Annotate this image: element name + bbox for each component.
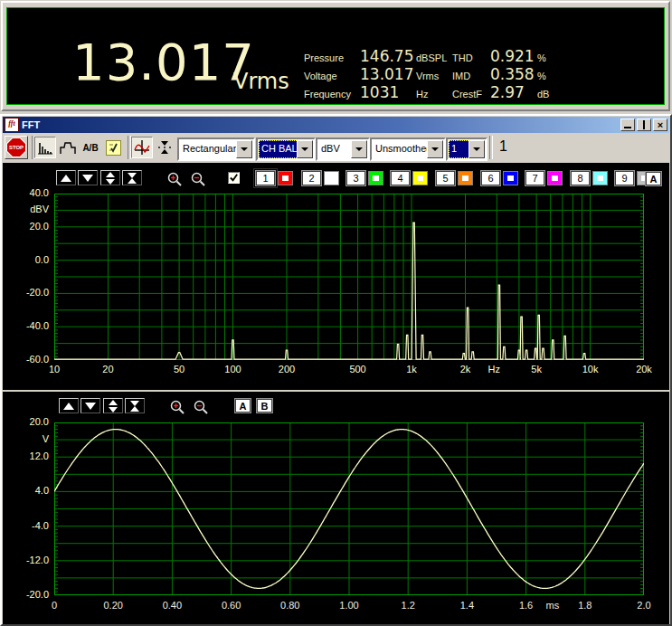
title-bar[interactable]: fft FFT × — [3, 117, 669, 133]
reading-unit: Hz — [416, 89, 452, 100]
spectrum-compress-button[interactable] — [122, 170, 142, 185]
reading-value: 1031 — [360, 83, 416, 101]
spectrum-x-tick: 20k — [628, 364, 660, 375]
averages-dropdown[interactable]: 1 — [446, 138, 487, 161]
spectrum-x-tick: 5k — [520, 364, 553, 375]
spectrum-y-tick: -40.0 — [7, 320, 49, 331]
time-zoom-out-button[interactable] — [193, 399, 209, 415]
stop-button[interactable]: STOP — [5, 136, 28, 159]
minimize-icon — [624, 127, 631, 128]
spectrum-scale-down-button[interactable] — [78, 170, 98, 185]
waveform-x-tick: 1.4 — [450, 600, 483, 611]
channel-8-button[interactable]: 8 — [571, 171, 590, 185]
reading-unit: Vrms — [416, 71, 452, 81]
channel-2-color-swatch[interactable] — [325, 172, 338, 185]
channel-3-button[interactable]: 3 — [346, 171, 365, 185]
spectrum-plot[interactable] — [54, 194, 644, 360]
channel-3-color-swatch[interactable] — [369, 172, 383, 185]
time-overlay-a-button[interactable]: A — [235, 399, 251, 413]
channel-4-color-swatch[interactable] — [413, 172, 427, 185]
ab-compare-button[interactable]: A/B — [80, 137, 101, 158]
reading-row: Pressure 146.75 dBSPL THD 0.921 % — [304, 47, 602, 65]
time-zoom-in-button[interactable] — [169, 399, 185, 415]
channel-5-button[interactable]: 5 — [436, 171, 455, 185]
spectrum-zoom-out-button[interactable] — [190, 171, 206, 187]
minimize-button[interactable] — [620, 119, 635, 131]
channel-6-button[interactable]: 6 — [481, 171, 500, 185]
channel-8-group: 8 — [571, 171, 607, 185]
channel-5-color-swatch[interactable] — [459, 172, 472, 185]
spectrum-x-tick: 10 — [38, 364, 71, 375]
channel-7-color-swatch[interactable] — [548, 172, 562, 185]
spectrum-zoom-in-button[interactable] — [166, 171, 183, 187]
channel-4-button[interactable]: 4 — [391, 171, 410, 185]
channel-4-group: 4 — [391, 171, 427, 185]
settings-checklist-button[interactable] — [102, 137, 124, 158]
dropdown-button[interactable] — [469, 140, 485, 158]
time-expand-button[interactable] — [103, 398, 123, 413]
zoom-in-icon — [169, 399, 185, 415]
spectrum-x-tick: 20 — [91, 364, 124, 375]
smoothing-dropdown[interactable]: Unsmoothed — [370, 138, 446, 161]
waveform-x-tick: 0.60 — [215, 600, 248, 611]
spectrum-x-tick: 50 — [163, 364, 195, 375]
chevron-down-icon — [301, 147, 308, 151]
reading-value: 0.921 — [490, 47, 537, 65]
channel-7-button[interactable]: 7 — [525, 171, 544, 185]
reading-label: Frequency — [304, 89, 360, 100]
toolbar-separator — [489, 136, 493, 159]
amplitude-units-dropdown[interactable]: dBV — [316, 138, 370, 161]
dropdown-button[interactable] — [427, 140, 443, 158]
waveform-y-unit: V — [7, 433, 49, 444]
meter-readings: Pressure 146.75 dBSPL THD 0.921 % Voltag… — [304, 47, 602, 101]
waveform-y-tick: -20.0 — [7, 589, 49, 600]
stop-icon: STOP — [6, 138, 26, 157]
maximize-button[interactable] — [637, 119, 651, 131]
channel-mode-dropdown[interactable]: CH BAL — [256, 138, 316, 161]
time-overlay-b-button[interactable]: B — [257, 399, 272, 413]
spectrum-view-button[interactable] — [34, 137, 56, 158]
spectrum-expand-button[interactable] — [100, 170, 120, 185]
dropdown-button[interactable] — [351, 140, 367, 158]
time-compress-button[interactable] — [125, 398, 145, 413]
autoscale-button[interactable] — [154, 137, 175, 158]
channel-1-color-swatch[interactable] — [279, 172, 292, 185]
spectrum-x-tick: 100 — [217, 364, 250, 375]
spectrum-x-tick: 500 — [342, 364, 374, 375]
display-enable-checkbox[interactable] — [228, 172, 240, 184]
waveform-x-tick: 0.40 — [156, 600, 188, 611]
waveform-y-tick: 20.0 — [7, 416, 49, 427]
compress-vertical-icon — [128, 173, 137, 184]
channel-1-button[interactable]: 1 — [256, 171, 275, 185]
time-series-view-button[interactable] — [57, 137, 79, 158]
spectrum-scale-up-button[interactable] — [56, 170, 76, 185]
spectrum-x-tick: 2k — [449, 364, 481, 375]
dropdown-button[interactable] — [297, 140, 313, 158]
crosshair-sine-icon — [133, 138, 151, 156]
waveform-x-tick: 0.20 — [97, 600, 129, 611]
waveform-x-tick: 0.80 — [274, 600, 307, 611]
dropdown-button[interactable] — [236, 140, 252, 158]
chevron-down-icon — [355, 147, 363, 151]
time-scale-down-button[interactable] — [80, 398, 100, 413]
maximize-icon — [643, 120, 645, 129]
reading-label: Pressure — [304, 52, 360, 63]
channel-8-color-swatch[interactable] — [593, 172, 607, 185]
channel-mode-value: CH BAL — [259, 140, 298, 158]
window-function-dropdown[interactable]: Rectangular — [177, 138, 255, 161]
time-scale-up-button[interactable] — [59, 398, 79, 413]
spectrum-overlay-a-button[interactable]: A — [646, 172, 661, 185]
reading-value: 0.358 — [490, 65, 537, 83]
spectrum-y-tick: 20.0 — [7, 221, 49, 232]
waveform-x-tick: 0 — [38, 600, 71, 611]
close-button[interactable]: × — [653, 119, 667, 131]
waveform-plot[interactable] — [54, 422, 644, 595]
channel-2-button[interactable]: 2 — [302, 171, 321, 185]
spectrum-y-tick: 40.0 — [7, 187, 49, 198]
waveform-y-tick: 12.0 — [7, 451, 49, 461]
markers-button[interactable] — [131, 137, 153, 158]
channel-6-color-swatch[interactable] — [504, 172, 517, 185]
reading-unit: dB — [537, 89, 555, 100]
compress-vertical-icon — [130, 401, 139, 412]
channel-9-button[interactable]: 9 — [615, 171, 634, 185]
